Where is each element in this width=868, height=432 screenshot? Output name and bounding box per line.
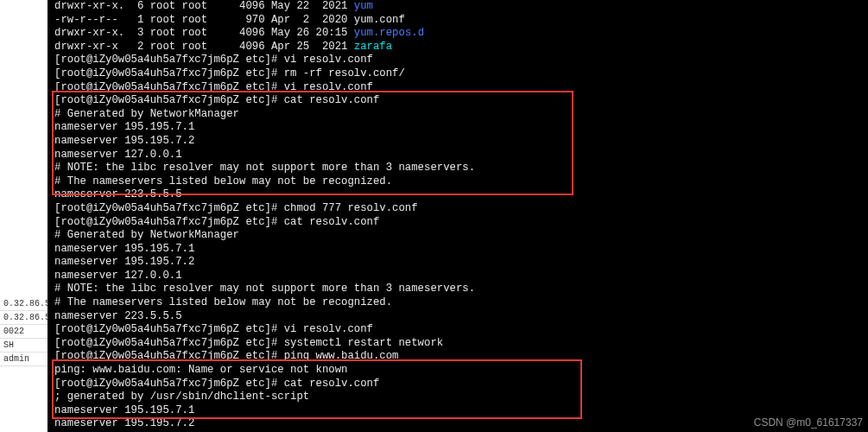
prompt-line: [root@iZy0w05a4uh5a7fxc7jm6pZ etc]# vi r…	[54, 323, 861, 337]
dir-name: yum.repos.d	[354, 27, 424, 39]
ping-output: ping: www.baidu.com: Name or service not…	[54, 364, 861, 378]
file-line: nameserver 195.195.7.2	[54, 135, 861, 149]
dir-name: zarafa	[354, 41, 392, 53]
watermark: CSDN @m0_61617337	[754, 416, 863, 429]
file-line: ; generated by /usr/sbin/dhclient-script	[54, 391, 861, 404]
file-line: # Generated by NetworkManager	[54, 108, 861, 122]
dir-name: yum	[354, 0, 373, 12]
sidebar-item[interactable]: 0.32.86.52	[0, 297, 48, 311]
file-line: nameserver 127.0.0.1	[54, 270, 861, 283]
ls-row: drwxr-xr-x 2 root root 4096 Apr 25 2021 …	[54, 41, 861, 54]
file-line: nameserver 195.195.7.2	[54, 256, 861, 270]
file-line: nameserver 195.195.7.1	[54, 404, 861, 418]
ls-row: drwxr-xr-x. 3 root root 4096 May 26 20:1…	[54, 27, 861, 41]
prompt-line: [root@iZy0w05a4uh5a7fxc7jm6pZ etc]# cat …	[54, 94, 861, 108]
file-line: nameserver 195.195.7.1	[54, 243, 861, 257]
file-line: # NOTE: the libc resolver may not suppor…	[54, 162, 861, 175]
file-line: # The nameservers listed below may not b…	[54, 296, 861, 310]
file-line: nameserver 223.5.5.5	[54, 310, 861, 324]
file-line: # Generated by NetworkManager	[54, 229, 861, 243]
file-line: # NOTE: the libc resolver may not suppor…	[54, 283, 861, 296]
ls-row: drwxr-xr-x. 6 root root 4096 May 22 2021…	[54, 0, 861, 14]
terminal-output[interactable]: drwxr-xr-x. 6 root root 4096 May 22 2021…	[48, 0, 868, 432]
prompt-line: [root@iZy0w05a4uh5a7fxc7jm6pZ etc]# vi r…	[54, 54, 861, 67]
prompt-line: [root@iZy0w05a4uh5a7fxc7jm6pZ etc]# ping…	[54, 350, 861, 364]
prompt-line: [root@iZy0w05a4uh5a7fxc7jm6pZ etc]# vi r…	[54, 81, 861, 95]
prompt-line: [root@iZy0w05a4uh5a7fxc7jm6pZ etc]# syst…	[54, 337, 861, 351]
ls-row: -rw-r--r-- 1 root root 970 Apr 2 2020 yu…	[54, 14, 861, 28]
prompt-line: [root@iZy0w05a4uh5a7fxc7jm6pZ etc]# rm -…	[54, 67, 861, 81]
sidebar-item[interactable]: SH	[0, 339, 48, 353]
prompt-line: [root@iZy0w05a4uh5a7fxc7jm6pZ etc]# cat …	[54, 378, 861, 391]
connection-sidebar: 0.32.86.52 0.32.86.52 0022 SH admin	[0, 297, 48, 366]
file-line: nameserver 195.195.7.2	[54, 417, 861, 431]
sidebar-item[interactable]: 0.32.86.52	[0, 311, 48, 325]
sidebar-item[interactable]: admin	[0, 353, 48, 366]
file-line: # The nameservers listed below may not b…	[54, 175, 861, 189]
file-line: nameserver 223.5.5.5	[54, 188, 861, 202]
prompt-line: [root@iZy0w05a4uh5a7fxc7jm6pZ etc]# chmo…	[54, 202, 861, 216]
sidebar-item[interactable]: 0022	[0, 325, 48, 339]
file-line: nameserver 195.195.7.1	[54, 121, 861, 135]
file-line: nameserver 127.0.0.1	[54, 149, 861, 162]
prompt-line: [root@iZy0w05a4uh5a7fxc7jm6pZ etc]# cat …	[54, 216, 861, 230]
